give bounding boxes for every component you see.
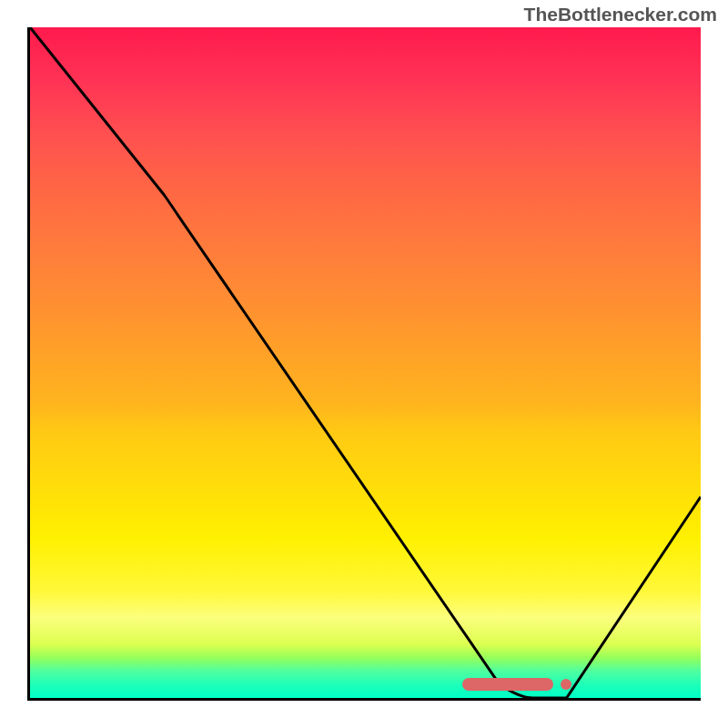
chart-area	[27, 27, 701, 701]
watermark-text: TheBottlenecker.com	[524, 4, 717, 25]
optimal-range-marker	[462, 678, 553, 691]
chart-curve	[30, 27, 701, 698]
optimal-point-marker	[561, 679, 571, 690]
